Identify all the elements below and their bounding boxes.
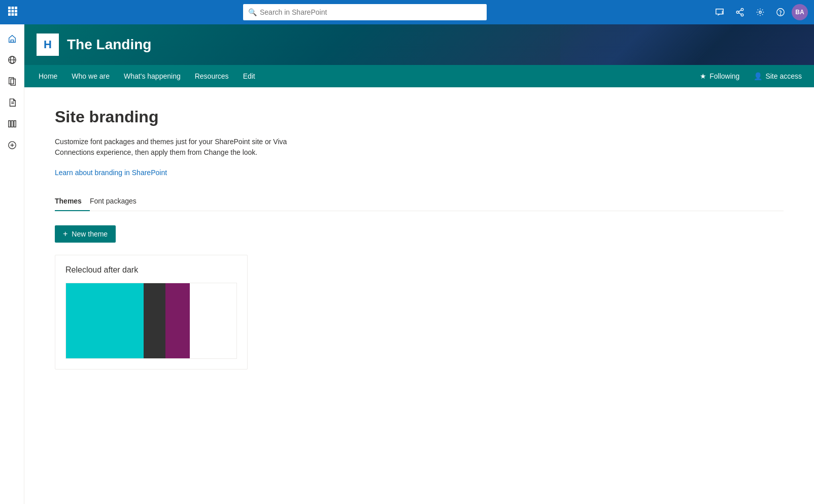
svg-rect-4: [12, 10, 14, 12]
share-icon[interactable]: [731, 3, 749, 21]
chat-icon[interactable]: [710, 3, 729, 21]
site-access-action[interactable]: 👤 Site access: [750, 70, 806, 82]
site-header: H The Landing: [24, 24, 814, 65]
top-bar: 🔍: [0, 0, 814, 24]
left-sidebar: [0, 24, 24, 504]
palette-white: [190, 283, 236, 358]
svg-rect-3: [8, 10, 11, 12]
palette-dark-gray: [144, 283, 165, 358]
color-palette: [65, 283, 237, 359]
person-icon: 👤: [754, 72, 762, 80]
svg-rect-21: [9, 78, 13, 84]
theme-card: Relecloud after dark: [55, 255, 248, 369]
svg-rect-5: [15, 10, 17, 12]
svg-point-14: [759, 11, 762, 14]
svg-rect-17: [11, 40, 13, 43]
svg-point-11: [736, 11, 739, 14]
following-action[interactable]: ★ Following: [696, 70, 743, 82]
nav-home[interactable]: Home: [32, 65, 63, 87]
svg-rect-8: [15, 13, 17, 16]
svg-line-12: [739, 10, 741, 12]
svg-rect-26: [11, 121, 13, 127]
avatar[interactable]: BA: [792, 4, 808, 20]
svg-rect-0: [8, 7, 11, 9]
svg-rect-27: [14, 121, 16, 127]
sidebar-home-icon[interactable]: [2, 28, 22, 49]
help-icon[interactable]: [771, 3, 790, 21]
main-content: Site branding Customize font packages an…: [24, 87, 814, 504]
page-description: Customize font packages and themes just …: [55, 137, 298, 158]
svg-rect-7: [12, 13, 14, 16]
site-access-label: Site access: [765, 72, 802, 80]
palette-teal: [66, 283, 144, 358]
svg-rect-22: [11, 79, 15, 86]
plus-icon: +: [63, 229, 67, 239]
waffle-icon[interactable]: [6, 5, 19, 20]
nav-who-we-are[interactable]: Who we are: [65, 65, 116, 87]
search-input-wrap: 🔍: [243, 4, 487, 20]
svg-rect-1: [12, 7, 14, 9]
palette-purple: [165, 283, 190, 358]
theme-card-title: Relecloud after dark: [65, 265, 237, 275]
svg-point-9: [741, 8, 743, 11]
learn-link[interactable]: Learn about branding in SharePoint: [55, 169, 167, 177]
sidebar-library-icon[interactable]: [2, 114, 22, 134]
star-icon: ★: [700, 72, 706, 80]
svg-line-13: [739, 13, 741, 14]
site-logo: H: [37, 33, 59, 56]
nav-bar: Home Who we are What's happening Resourc…: [24, 65, 814, 87]
search-icon: 🔍: [248, 8, 257, 16]
settings-icon[interactable]: [751, 3, 769, 21]
tab-font-packages[interactable]: Font packages: [90, 193, 145, 211]
sidebar-document-icon[interactable]: [2, 92, 22, 113]
svg-rect-25: [8, 121, 10, 127]
tabs: Themes Font packages: [55, 193, 784, 211]
top-bar-right: BA: [710, 3, 808, 21]
nav-edit[interactable]: Edit: [237, 65, 261, 87]
top-bar-left: [6, 5, 19, 20]
nav-items: Home Who we are What's happening Resourc…: [32, 65, 696, 87]
svg-point-10: [741, 14, 743, 16]
page-title: Site branding: [55, 108, 784, 126]
nav-resources[interactable]: Resources: [189, 65, 235, 87]
svg-rect-2: [15, 7, 17, 9]
search-input[interactable]: [260, 8, 482, 16]
nav-right: ★ Following 👤 Site access: [696, 70, 806, 82]
sidebar-add-icon[interactable]: [2, 135, 22, 155]
site-title: The Landing: [67, 37, 151, 53]
nav-whats-happening[interactable]: What's happening: [118, 65, 187, 87]
sidebar-pages-icon[interactable]: [2, 71, 22, 91]
new-theme-button[interactable]: + New theme: [55, 225, 116, 243]
following-label: Following: [709, 72, 739, 80]
svg-rect-6: [8, 13, 11, 16]
sidebar-globe-icon[interactable]: [2, 50, 22, 70]
tab-themes[interactable]: Themes: [55, 193, 90, 211]
search-bar: 🔍: [19, 4, 710, 20]
svg-point-16: [781, 14, 781, 15]
new-theme-label: New theme: [72, 230, 108, 238]
